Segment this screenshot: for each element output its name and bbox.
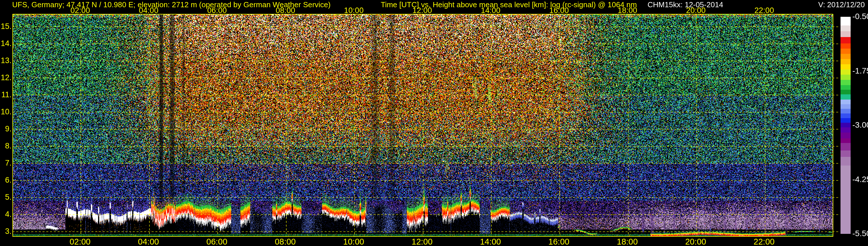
time-tick-label: 18:00 (617, 237, 638, 246)
time-tick-label: 08:00 (275, 237, 296, 246)
time-tick-label: 10:00 (343, 237, 364, 246)
time-tick-label: 10:00 (344, 6, 364, 14)
height-tick-label: 12. (0, 73, 11, 82)
time-tick-label: 16:00 (549, 6, 569, 14)
time-tick-label: 02:00 (69, 237, 91, 246)
colorbar-tick-label: -1.75 (852, 67, 868, 75)
software-version: V: 2012/12/20 (818, 1, 865, 9)
time-tick-label: 22:00 (754, 6, 774, 14)
height-tick-label: 13. (0, 56, 11, 65)
height-tick-label: 3. (0, 227, 11, 235)
colorbar-tick-label: -4.25 (852, 175, 868, 183)
time-tick-label: 04:00 (138, 237, 159, 246)
height-tick-label: 9. (0, 125, 11, 133)
time-tick-label: 06:00 (207, 6, 227, 14)
time-tick-label: 12:00 (412, 6, 432, 14)
height-tick-label: 14. (0, 39, 11, 48)
time-tick-label: 22:00 (754, 237, 775, 246)
time-tick-label: 20:00 (686, 6, 706, 14)
ceilometer-screenshot: UFS, Germany; 47.417 N / 10.980 E; eleva… (0, 0, 868, 246)
colorbar-tick-label: -5.50 (852, 229, 868, 238)
height-tick-label: 8. (0, 142, 11, 150)
time-tick-label: 06:00 (206, 237, 227, 246)
colorbar-tick-label: -3.00 (852, 121, 868, 129)
time-tick-label: 02:00 (70, 6, 90, 14)
time-tick-label: 20:00 (685, 237, 706, 246)
ceilometer-heatmap-canvas (0, 0, 868, 246)
time-tick-label: 14:00 (480, 237, 501, 246)
time-tick-label: 12:00 (412, 237, 433, 246)
time-tick-label: 16:00 (548, 237, 569, 246)
time-tick-label: 14:00 (481, 6, 500, 14)
colorbar-tick-label: -0.50 (852, 12, 868, 21)
time-tick-label: 08:00 (276, 6, 296, 14)
height-tick-label: 6. (0, 176, 11, 184)
time-tick-label: 04:00 (139, 6, 159, 14)
height-tick-label: 11. (0, 91, 11, 99)
instrument-date: CHM15kx: 12-05-2014 (648, 1, 723, 9)
height-tick-label: 15. (0, 22, 11, 30)
height-tick-label: 5. (0, 193, 11, 201)
height-tick-label: 4. (0, 210, 11, 218)
height-tick-label: 10. (0, 107, 11, 116)
time-tick-label: 18:00 (618, 6, 638, 14)
height-tick-label: 7. (0, 159, 11, 167)
